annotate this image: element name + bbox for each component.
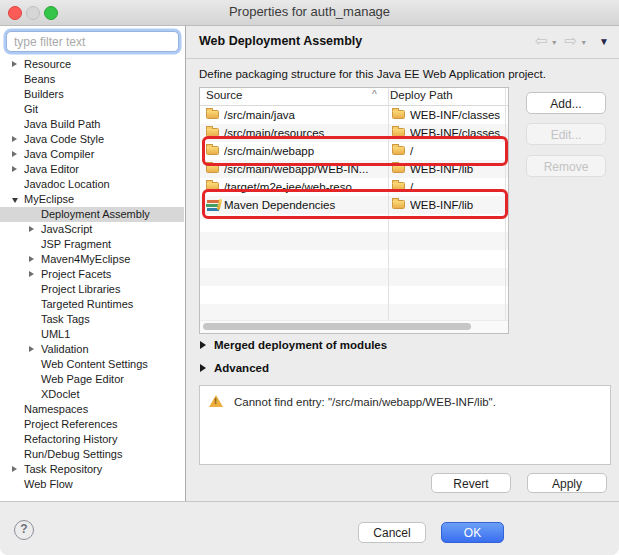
folder-icon [392,128,405,137]
sidebar-item-java-build-path[interactable]: Java Build Path [0,117,184,132]
sidebar-item-label: Java Code Style [24,132,104,147]
source-cell: Maven Dependencies [224,196,384,214]
remove-button[interactable]: Remove [526,155,606,177]
sidebar-item-deployment-assembly[interactable]: Deployment Assembly [0,207,184,222]
sidebar-item-label: Task Repository [24,462,102,477]
sidebar-item-run-debug-settings[interactable]: Run/Debug Settings [0,447,184,462]
sidebar-item-label: Javadoc Location [24,177,110,192]
sidebar-item-resource[interactable]: Resource [0,57,184,72]
revert-button[interactable]: Revert [431,473,511,493]
table-row[interactable]: Maven DependenciesWEB-INF/lib [200,196,508,214]
sidebar-item-targeted-runtimes[interactable]: Targeted Runtimes [0,297,184,312]
horizontal-scrollbar[interactable] [200,320,508,333]
chevron-collapsed-icon[interactable] [29,271,34,277]
sidebar-item-label: Git [24,102,38,117]
sidebar-item-java-editor[interactable]: Java Editor [0,162,184,177]
sidebar-item-label: Task Tags [41,312,90,327]
table-row[interactable]: /target/m2e-jee/web-reso.../ [200,178,508,196]
sidebar-item-builders[interactable]: Builders [0,87,184,102]
chevron-collapsed-icon[interactable] [12,61,17,67]
section-toggle-merged-deployment-of-modules[interactable]: Merged deployment of modules [200,339,387,351]
assembly-table: Source ^ Deploy Path /src/main/javaWEB-I… [199,87,509,334]
sidebar-item-java-code-style[interactable]: Java Code Style [0,132,184,147]
chevron-collapsed-icon[interactable] [12,166,17,172]
page-content: Define packaging structure for this Java… [186,59,619,502]
sidebar-item-label: Deployment Assembly [41,207,150,222]
sidebar-item-uml1[interactable]: UML1 [0,327,184,342]
table-row-empty [200,268,508,286]
chevron-collapsed-icon[interactable] [29,346,34,352]
sidebar-item-project-references[interactable]: Project References [0,417,184,432]
forward-dropdown-caret[interactable]: ▼ [580,39,587,46]
chevron-collapsed-icon[interactable] [200,341,206,349]
column-divider[interactable] [505,88,506,321]
column-header-source[interactable]: Source [206,89,242,101]
sidebar-item-label: Java Editor [24,162,79,177]
sidebar-item-maven4myeclipse[interactable]: Maven4MyEclipse [0,252,184,267]
sidebar-item-label: JavaScript [41,222,92,237]
sidebar-item-refactoring-history[interactable]: Refactoring History [0,432,184,447]
sidebar-item-xdoclet[interactable]: XDoclet [0,387,184,402]
deploy-path-cell: / [410,178,508,196]
source-cell: /src/main/resources [224,124,384,142]
add-button[interactable]: Add... [526,92,606,114]
sidebar-item-beans[interactable]: Beans [0,72,184,87]
apply-button[interactable]: Apply [527,473,607,493]
sidebar-item-project-libraries[interactable]: Project Libraries [0,282,184,297]
section-toggle-advanced[interactable]: Advanced [200,362,269,374]
sidebar-item-label: Beans [24,72,55,87]
source-cell: /src/main/webapp [224,142,384,160]
help-button[interactable]: ? [14,520,34,540]
sidebar-item-jsp-fragment[interactable]: JSP Fragment [0,237,184,252]
folder-icon [392,146,405,155]
sidebar-item-validation[interactable]: Validation [0,342,184,357]
table-row[interactable]: /src/main/resourcesWEB-INF/classes [200,124,508,142]
chevron-collapsed-icon[interactable] [12,466,17,472]
table-row[interactable]: /src/main/webapp/ [200,142,508,160]
chevron-collapsed-icon[interactable] [29,226,34,232]
section-label: Advanced [214,362,269,374]
section-label: Merged deployment of modules [214,339,387,351]
sidebar-item-javadoc-location[interactable]: Javadoc Location [0,177,184,192]
chevron-collapsed-icon[interactable] [29,256,34,262]
chevron-expanded-icon[interactable] [12,198,18,203]
sidebar-item-java-compiler[interactable]: Java Compiler [0,147,184,162]
column-header-deploy-path[interactable]: Deploy Path [390,89,453,101]
chevron-collapsed-icon[interactable] [12,136,17,142]
sidebar-item-javascript[interactable]: JavaScript [0,222,184,237]
deploy-path-cell: / [410,142,508,160]
forward-arrow-icon[interactable]: ⇨ [565,32,578,50]
folder-icon [206,146,219,155]
properties-dialog: Properties for auth_manage ResourceBeans… [0,0,619,555]
sidebar-item-web-page-editor[interactable]: Web Page Editor [0,372,184,387]
edit-button[interactable]: Edit... [526,123,606,145]
sidebar-item-label: Refactoring History [24,432,118,447]
sidebar-item-task-tags[interactable]: Task Tags [0,312,184,327]
scrollbar-thumb[interactable] [203,323,471,330]
back-dropdown-caret[interactable]: ▼ [551,39,558,46]
filter-input[interactable] [6,31,179,52]
table-row[interactable]: /src/main/javaWEB-INF/classes [200,106,508,124]
sidebar-item-namespaces[interactable]: Namespaces [0,402,184,417]
sidebar-item-project-facets[interactable]: Project Facets [0,267,184,282]
sidebar-item-label: Validation [41,342,89,357]
source-cell: /src/main/java [224,106,384,124]
view-menu-icon[interactable]: ▼ [599,36,609,47]
sidebar-item-git[interactable]: Git [0,102,184,117]
column-divider[interactable] [388,88,389,321]
table-body: /src/main/javaWEB-INF/classes/src/main/r… [200,106,508,322]
chevron-collapsed-icon[interactable] [200,364,206,372]
sidebar-item-task-repository[interactable]: Task Repository [0,462,184,477]
table-row-empty [200,250,508,268]
chevron-collapsed-icon[interactable] [12,151,17,157]
back-arrow-icon[interactable]: ⇦ [535,32,548,50]
table-row[interactable]: /src/main/webapp/WEB-IN...WEB-INF/lib [200,160,508,178]
sidebar-item-web-flow[interactable]: Web Flow [0,477,184,492]
cancel-button[interactable]: Cancel [358,522,426,543]
ok-button[interactable]: OK [441,522,504,543]
sidebar-item-label: Resource [24,57,71,72]
folder-icon [392,110,405,119]
sidebar-item-web-content-settings[interactable]: Web Content Settings [0,357,184,372]
folder-icon [206,128,219,137]
sidebar-item-myeclipse[interactable]: MyEclipse [0,192,184,207]
